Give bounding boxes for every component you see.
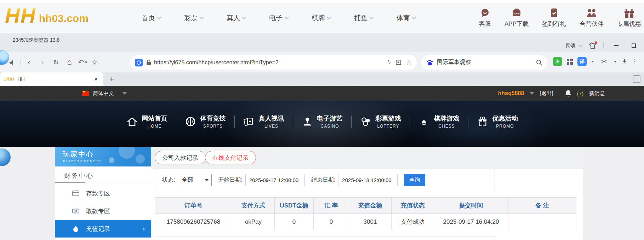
maximize-button[interactable] (628, 42, 639, 49)
translate-icon[interactable]: 译 (577, 57, 587, 66)
favorites-icon[interactable]: ☆₌ (91, 57, 102, 68)
partners-link[interactable]: 合营伙伴 (580, 8, 604, 28)
site-nav-label: 体育 (397, 13, 410, 23)
minimize-button[interactable] (611, 42, 621, 49)
chevron-down-icon (199, 15, 204, 19)
site-nav-live[interactable]: 真人 (227, 13, 246, 23)
scissors-icon[interactable]: ✂ (599, 56, 609, 67)
query-button[interactable]: 查询 (404, 174, 425, 186)
eye-protect-icon[interactable]: ☀ (553, 57, 562, 66)
quick-link-label: APP下载 (505, 20, 529, 28)
site-safety-icon[interactable] (135, 59, 143, 66)
sidebar-item-withdraw[interactable]: 取款专区 (55, 202, 151, 220)
site-nav-label: 首页 (142, 13, 155, 23)
site-nav-label: 捕鱼 (354, 13, 367, 23)
toolbar-nav-buttons: ◀▏ ‹ › ↻ ⌂ ↶ ☆₌ (7, 57, 102, 68)
deposit-icon (72, 191, 80, 196)
joystick-icon (302, 116, 313, 127)
site-nav: 首页 彩票 真人 电子 棋牌 捕鱼 体育 (142, 3, 416, 33)
site-nav-fishing[interactable]: 捕鱼 (354, 13, 373, 23)
cell-exchange-rate: 0 (314, 214, 349, 230)
sidebar-item-recharge-records[interactable]: 充值记录 › (55, 220, 151, 238)
logo-hh-text: HH (5, 4, 36, 27)
sidebar-title: 玩家中心 (63, 150, 94, 159)
status-select[interactable]: 全部 (178, 174, 212, 186)
exclusive-offer-link[interactable]: 专属优惠 (617, 8, 641, 28)
bookmark-star-icon[interactable]: ☆ (406, 59, 412, 66)
start-date-input[interactable] (245, 174, 305, 186)
nav-label-en: SPORTS (203, 124, 223, 129)
reload-icon[interactable]: ↻ (51, 57, 61, 68)
undo-icon[interactable]: ↶ (78, 57, 88, 68)
nav-label-en: HOME (148, 124, 162, 129)
window-title: 2345加速浏览器 13.8 (13, 37, 59, 43)
select-caret-icon (205, 179, 209, 181)
main-nav-lives[interactable]: 真人视讯LIVES (235, 114, 293, 129)
download-icon[interactable] (621, 58, 628, 65)
chevron-down-icon (578, 43, 583, 47)
language-selector[interactable]: 简体中文 (82, 86, 127, 101)
main-nav-lottery[interactable]: 彩票游戏LOTTERY (352, 114, 410, 129)
site-logo[interactable]: HH hh03.com (5, 4, 89, 27)
end-date-input[interactable] (338, 174, 398, 186)
main-nav-sports[interactable]: 体育竞技SPORTS (176, 114, 234, 129)
theme-skin-button[interactable] (589, 42, 596, 49)
sidebar-item-deposit[interactable]: 存款专区 (55, 185, 151, 202)
new-tab-button[interactable]: + (106, 74, 118, 84)
gift-icon (477, 116, 488, 127)
tab-online-payment-records[interactable]: 在线支付记录 (205, 151, 256, 164)
signin-gift-link[interactable]: 签到有礼 (542, 8, 566, 28)
feedback-button[interactable]: 反馈 (565, 42, 582, 49)
main-nav-chess[interactable]: ♠ 棋牌游戏CHESS (410, 114, 468, 129)
app-download-link[interactable]: APP APP下载 (505, 8, 529, 28)
sidebar-item-label: 存款专区 (86, 189, 110, 198)
close-tab-icon[interactable]: × (92, 76, 99, 83)
home-icon (126, 116, 138, 127)
address-bar[interactable]: https://yl675.com/hhcp/usercenter.html?i… (130, 55, 417, 70)
scissors-dropdown-icon[interactable] (614, 61, 617, 63)
main-nav-home[interactable]: 网站首页HOME (118, 114, 176, 129)
search-query-text[interactable]: 国际军事观察 (437, 59, 536, 66)
recharge-record-icon (72, 226, 80, 232)
nav-label-en: LIVES (264, 124, 278, 129)
username-text[interactable]: hhsq5888 (498, 90, 524, 96)
lightning-icon[interactable]: ϟ (387, 59, 391, 66)
screenshot-icon[interactable] (396, 60, 401, 65)
nav-label-zh: 彩票游戏 (376, 114, 401, 123)
nav-label-zh: 优惠活动 (492, 114, 518, 123)
quick-link-label: 合营伙伴 (580, 20, 604, 28)
col-submit-time: 提交时间 (434, 198, 508, 214)
cell-usdt-amount: 0 (275, 214, 314, 230)
chevron-down-icon (157, 15, 161, 19)
new-messages-link[interactable]: 新消息 (589, 90, 605, 97)
url-text[interactable]: https://yl675.com/hhcp/usercenter.html?i… (154, 59, 387, 66)
start-date-label: 开始日期: (218, 176, 242, 184)
search-box[interactable]: 国际军事观察 (421, 55, 547, 70)
address-bar-actions: ϟ ☆ (387, 59, 412, 66)
divider (559, 90, 559, 97)
apps-grid-icon[interactable] (567, 59, 573, 65)
site-nav-slots[interactable]: 电子 (269, 13, 288, 23)
more-menu-icon[interactable]: ⋮ (632, 56, 637, 67)
chevron-down-icon (412, 15, 416, 19)
customer-service-link[interactable]: 客服 (479, 8, 491, 28)
tab-company-deposit-records[interactable]: 公司入款记录 (155, 151, 206, 164)
site-nav-sports[interactable]: 体育 (397, 13, 416, 23)
site-nav-lottery[interactable]: 彩票 (184, 13, 203, 23)
home-icon[interactable]: ⌂ (64, 57, 75, 68)
logout-link[interactable]: [退出] (540, 90, 553, 97)
site-nav-home[interactable]: 首页 (142, 13, 161, 23)
main-nav-casino[interactable]: 电子游艺CASINO (293, 114, 351, 129)
site-nav-chess[interactable]: 棋牌 (312, 13, 331, 23)
table-header-row: 订单号 支付方式 USDT金额 汇 率 充值金额 充值状态 提交时间 备 注 (155, 198, 576, 214)
bell-icon[interactable] (565, 90, 571, 97)
browser-tab-active[interactable]: ılıHH HH × (0, 72, 103, 86)
main-nav-promo[interactable]: 优惠活动PROMO (468, 114, 526, 129)
quick-link-label: 签到有礼 (542, 20, 566, 28)
search-icon[interactable] (536, 59, 542, 66)
forward-icon[interactable]: › (37, 57, 48, 68)
user-dropdown-caret-icon[interactable] (530, 92, 534, 95)
tab-tools-icon[interactable] (633, 75, 640, 83)
back-icon[interactable]: ‹ (24, 57, 34, 68)
translate-dropdown-icon[interactable] (591, 61, 594, 63)
